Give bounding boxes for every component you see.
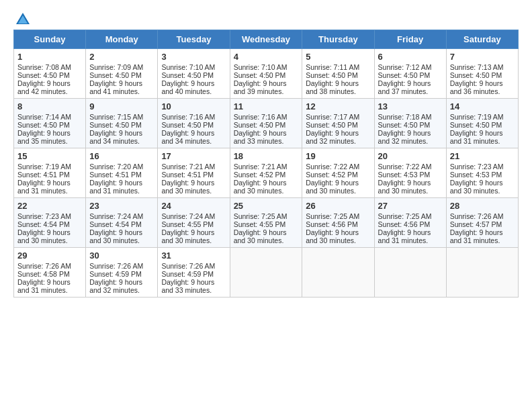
calendar-day-25: 25Sunrise: 7:25 AMSunset: 4:55 PMDayligh… [230, 198, 302, 248]
logo-area [13, 11, 31, 27]
sunrise-text: Sunrise: 7:18 AM [378, 113, 432, 121]
calendar-header-thursday: Thursday [302, 30, 374, 49]
sunrise-text: Sunrise: 7:09 AM [89, 63, 143, 71]
day-number: 26 [306, 201, 370, 211]
day-number: 25 [234, 201, 299, 211]
daylight-text: Daylight: 9 hours and 32 minutes. [378, 129, 431, 145]
day-number: 28 [450, 201, 515, 211]
calendar-week-2: 8Sunrise: 7:14 AMSunset: 4:50 PMDaylight… [14, 99, 519, 148]
day-number: 12 [306, 101, 370, 111]
calendar-header-tuesday: Tuesday [158, 30, 230, 49]
daylight-text: Daylight: 9 hours and 33 minutes. [234, 129, 287, 145]
sunrise-text: Sunrise: 7:21 AM [234, 163, 287, 171]
sunset-text: Sunset: 4:53 PM [450, 171, 502, 179]
daylight-text: Daylight: 9 hours and 30 minutes. [161, 179, 214, 195]
sunset-text: Sunset: 4:56 PM [306, 220, 358, 228]
calendar-day-29: 29Sunrise: 7:26 AMSunset: 4:58 PMDayligh… [14, 248, 86, 298]
sunrise-text: Sunrise: 7:14 AM [17, 113, 71, 121]
sunset-text: Sunset: 4:54 PM [17, 220, 70, 228]
sunset-text: Sunset: 4:54 PM [89, 220, 142, 228]
sunrise-text: Sunrise: 7:10 AM [234, 63, 287, 71]
sunset-text: Sunset: 4:51 PM [17, 171, 70, 179]
sunrise-text: Sunrise: 7:21 AM [161, 163, 215, 171]
calendar-day-12: 12Sunrise: 7:17 AMSunset: 4:50 PMDayligh… [302, 99, 374, 148]
calendar-day-8: 8Sunrise: 7:14 AMSunset: 4:50 PMDaylight… [14, 99, 86, 148]
day-number: 27 [378, 201, 443, 211]
calendar-day-7: 7Sunrise: 7:13 AMSunset: 4:50 PMDaylight… [446, 49, 518, 99]
daylight-text: Daylight: 9 hours and 41 minutes. [89, 79, 142, 95]
day-number: 5 [306, 52, 370, 62]
sunrise-text: Sunrise: 7:22 AM [306, 163, 359, 171]
daylight-text: Daylight: 9 hours and 31 minutes. [89, 179, 142, 195]
daylight-text: Daylight: 9 hours and 30 minutes. [234, 228, 287, 244]
daylight-text: Daylight: 9 hours and 34 minutes. [161, 129, 214, 145]
day-number: 11 [234, 101, 299, 111]
daylight-text: Daylight: 9 hours and 42 minutes. [17, 79, 71, 95]
calendar-day-22: 22Sunrise: 7:23 AMSunset: 4:54 PMDayligh… [14, 198, 86, 248]
calendar-day-2: 2Sunrise: 7:09 AMSunset: 4:50 PMDaylight… [86, 49, 158, 99]
sunset-text: Sunset: 4:50 PM [89, 71, 142, 79]
daylight-text: Daylight: 9 hours and 31 minutes. [450, 228, 503, 244]
calendar-day-31: 31Sunrise: 7:26 AMSunset: 4:59 PMDayligh… [158, 248, 230, 298]
daylight-text: Daylight: 9 hours and 30 minutes. [450, 179, 503, 195]
calendar-table: SundayMondayTuesdayWednesdayThursdayFrid… [13, 30, 519, 298]
day-number: 17 [161, 151, 226, 161]
day-number: 9 [89, 101, 154, 111]
sunset-text: Sunset: 4:51 PM [161, 171, 214, 179]
calendar-day-28: 28Sunrise: 7:26 AMSunset: 4:57 PMDayligh… [446, 198, 518, 248]
daylight-text: Daylight: 9 hours and 30 minutes. [378, 179, 431, 195]
sunset-text: Sunset: 4:50 PM [450, 71, 502, 79]
calendar-week-4: 22Sunrise: 7:23 AMSunset: 4:54 PMDayligh… [14, 198, 519, 248]
calendar-day-19: 19Sunrise: 7:22 AMSunset: 4:52 PMDayligh… [302, 148, 374, 198]
day-number: 24 [161, 201, 226, 211]
sunset-text: Sunset: 4:51 PM [89, 171, 142, 179]
calendar-empty-cell [374, 248, 446, 298]
sunset-text: Sunset: 4:50 PM [161, 71, 214, 79]
calendar-week-5: 29Sunrise: 7:26 AMSunset: 4:58 PMDayligh… [14, 248, 519, 298]
calendar-header-friday: Friday [374, 30, 446, 49]
calendar-empty-cell [230, 248, 302, 298]
daylight-text: Daylight: 9 hours and 39 minutes. [234, 79, 287, 95]
sunset-text: Sunset: 4:50 PM [306, 71, 358, 79]
calendar-header-wednesday: Wednesday [230, 30, 302, 49]
sunrise-text: Sunrise: 7:11 AM [306, 63, 359, 71]
sunset-text: Sunset: 4:52 PM [234, 171, 286, 179]
sunset-text: Sunset: 4:50 PM [17, 121, 70, 129]
sunrise-text: Sunrise: 7:19 AM [17, 163, 71, 171]
sunrise-text: Sunrise: 7:17 AM [306, 113, 359, 121]
day-number: 29 [17, 250, 82, 261]
daylight-text: Daylight: 9 hours and 31 minutes. [450, 129, 503, 145]
calendar-day-14: 14Sunrise: 7:19 AMSunset: 4:50 PMDayligh… [446, 99, 518, 148]
sunset-text: Sunset: 4:50 PM [89, 121, 142, 129]
calendar-day-1: 1Sunrise: 7:08 AMSunset: 4:50 PMDaylight… [14, 49, 86, 99]
sunrise-text: Sunrise: 7:26 AM [17, 262, 71, 270]
day-number: 8 [17, 101, 82, 111]
logo [13, 11, 31, 27]
day-number: 1 [17, 52, 82, 62]
sunrise-text: Sunrise: 7:08 AM [17, 63, 71, 71]
sunrise-text: Sunrise: 7:25 AM [378, 212, 432, 220]
day-number: 7 [450, 52, 515, 62]
calendar-header-monday: Monday [86, 30, 158, 49]
day-number: 6 [378, 52, 443, 62]
day-number: 18 [234, 151, 299, 161]
calendar-day-3: 3Sunrise: 7:10 AMSunset: 4:50 PMDaylight… [158, 49, 230, 99]
day-number: 14 [450, 101, 515, 111]
sunset-text: Sunset: 4:50 PM [234, 121, 286, 129]
calendar-day-18: 18Sunrise: 7:21 AMSunset: 4:52 PMDayligh… [230, 148, 302, 198]
calendar-header-row: SundayMondayTuesdayWednesdayThursdayFrid… [14, 30, 519, 49]
sunrise-text: Sunrise: 7:15 AM [89, 113, 143, 121]
calendar-empty-cell [302, 248, 374, 298]
calendar-empty-cell [446, 248, 518, 298]
sunrise-text: Sunrise: 7:24 AM [89, 212, 143, 220]
daylight-text: Daylight: 9 hours and 40 minutes. [161, 79, 214, 95]
calendar-day-9: 9Sunrise: 7:15 AMSunset: 4:50 PMDaylight… [86, 99, 158, 148]
day-number: 22 [17, 201, 82, 211]
daylight-text: Daylight: 9 hours and 30 minutes. [306, 179, 359, 195]
sunset-text: Sunset: 4:53 PM [378, 171, 431, 179]
sunrise-text: Sunrise: 7:24 AM [161, 212, 215, 220]
day-number: 10 [161, 101, 226, 111]
day-number: 21 [450, 151, 515, 161]
calendar-day-24: 24Sunrise: 7:24 AMSunset: 4:55 PMDayligh… [158, 198, 230, 248]
sunset-text: Sunset: 4:57 PM [450, 220, 502, 228]
